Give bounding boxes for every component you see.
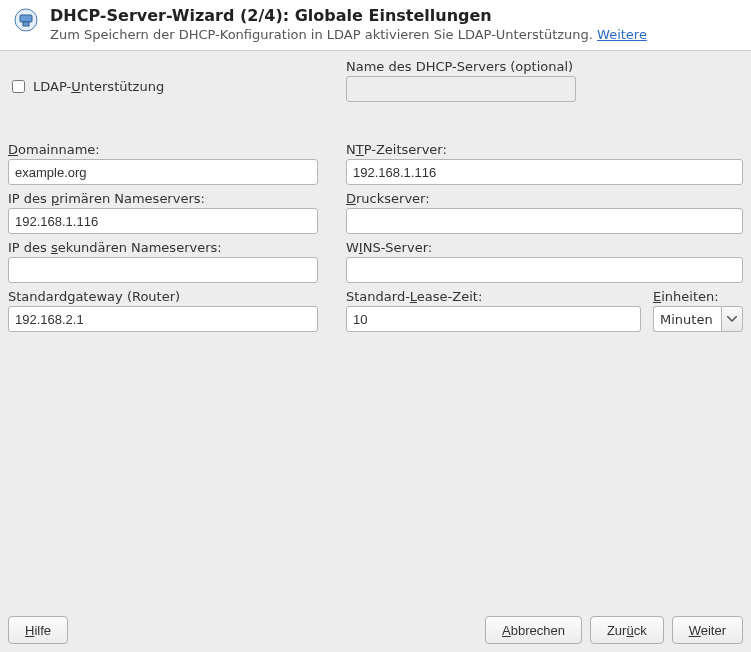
- dhcp-wizard-icon: [12, 6, 40, 34]
- svg-rect-2: [23, 22, 29, 26]
- dhcp-server-name-input: [346, 76, 576, 102]
- page-title: DHCP-Server-Wizard (2/4): Globale Einste…: [50, 6, 739, 25]
- print-server-label: Druckserver:: [346, 191, 743, 206]
- ldap-support-checkbox[interactable]: [12, 80, 25, 93]
- content-area: LDAP-Unterstützung Name des DHCP-Servers…: [0, 51, 751, 608]
- back-button[interactable]: Zurück: [590, 616, 664, 644]
- more-link[interactable]: Weitere: [597, 27, 647, 42]
- lease-time-label: Standard-Lease-Zeit:: [346, 289, 641, 304]
- ntp-server-label: NTP-Zeitserver:: [346, 142, 743, 157]
- cancel-button[interactable]: Abbrechen: [485, 616, 582, 644]
- domain-name-input[interactable]: [8, 159, 318, 185]
- units-select[interactable]: Minuten: [653, 306, 743, 332]
- chevron-down-icon[interactable]: [721, 306, 743, 332]
- primary-ns-input[interactable]: [8, 208, 318, 234]
- domain-name-label: Domainname:: [8, 142, 318, 157]
- units-label: Einheiten:: [653, 289, 743, 304]
- secondary-ns-label: IP des sekundären Nameservers:: [8, 240, 318, 255]
- wins-server-input[interactable]: [346, 257, 743, 283]
- wins-server-label: WINS-Server:: [346, 240, 743, 255]
- page-subtitle: Zum Speichern der DHCP-Konfiguration in …: [50, 27, 739, 42]
- dhcp-server-name-label: Name des DHCP-Servers (optional): [346, 59, 576, 74]
- secondary-ns-input[interactable]: [8, 257, 318, 283]
- print-server-input[interactable]: [346, 208, 743, 234]
- ntp-server-input[interactable]: [346, 159, 743, 185]
- lease-time-input[interactable]: [346, 306, 641, 332]
- footer-bar: Hilfe Abbrechen Zurück Weiter: [0, 608, 751, 652]
- subtitle-text: Zum Speichern der DHCP-Konfiguration in …: [50, 27, 597, 42]
- help-button[interactable]: Hilfe: [8, 616, 68, 644]
- next-button[interactable]: Weiter: [672, 616, 743, 644]
- svg-rect-1: [20, 15, 32, 22]
- wizard-header: DHCP-Server-Wizard (2/4): Globale Einste…: [0, 0, 751, 51]
- ldap-support-label: LDAP-Unterstützung: [33, 79, 164, 94]
- units-select-value: Minuten: [653, 306, 721, 332]
- primary-ns-label: IP des primären Nameservers:: [8, 191, 318, 206]
- gateway-input[interactable]: [8, 306, 318, 332]
- gateway-label: Standardgateway (Router): [8, 289, 318, 304]
